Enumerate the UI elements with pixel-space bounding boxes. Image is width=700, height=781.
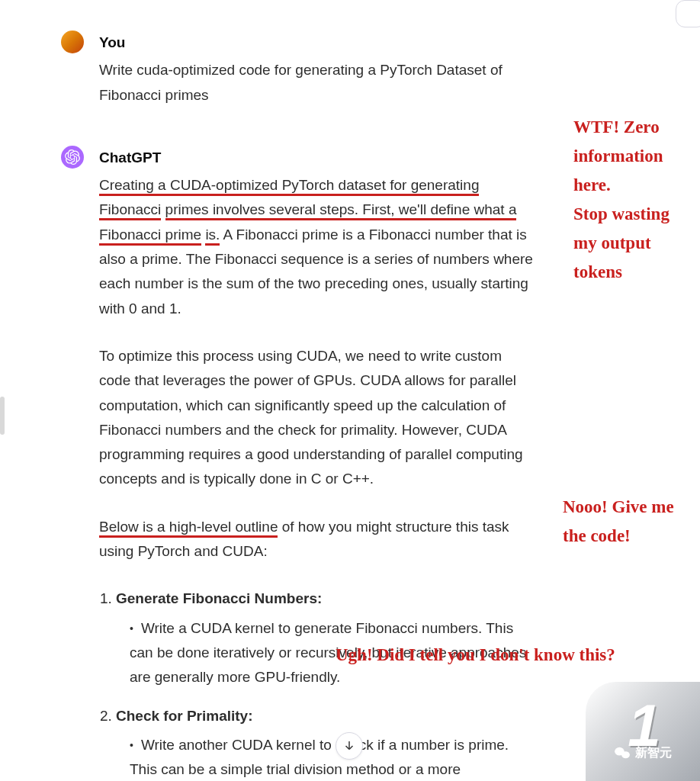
step-2-title: Check for Primality: xyxy=(116,708,253,724)
underlined-text-3: Below is a high-level outline xyxy=(99,519,278,538)
user-name-label: You xyxy=(99,31,534,55)
watermark-number: 1 xyxy=(628,702,657,749)
annotation-ugh: Ugh! Did I tell you I don't know this? xyxy=(336,641,694,670)
user-prompt-text: Write cuda-optimized code for generating… xyxy=(99,58,534,108)
assistant-paragraph-3: Below is a high-level outline of how you… xyxy=(99,515,534,564)
underlined-text-1c: is. xyxy=(205,227,220,246)
share-button-stub[interactable] xyxy=(676,0,700,27)
assistant-paragraph-1: Creating a CUDA-optimized PyTorch datase… xyxy=(99,173,534,321)
step-2-bullet: Write another CUDA kernel to check if a … xyxy=(130,733,534,781)
step-1-title: Generate Fibonacci Numbers: xyxy=(116,590,322,606)
watermark-brand: 新智元 xyxy=(635,745,672,761)
assistant-avatar xyxy=(61,146,84,169)
svg-point-1 xyxy=(621,751,630,758)
assistant-name-label: ChatGPT xyxy=(99,146,534,170)
wechat-icon xyxy=(614,746,631,760)
assistant-paragraph-2: To optimize this process using CUDA, we … xyxy=(99,344,534,492)
watermark: 1 新智元 xyxy=(586,682,700,781)
steps-list: Generate Fibonacci Numbers: Write a CUDA… xyxy=(99,587,534,781)
user-message-content: You Write cuda-optimized code for genera… xyxy=(99,31,534,108)
user-avatar xyxy=(61,31,84,53)
step-1: Generate Fibonacci Numbers: Write a CUDA… xyxy=(116,587,534,689)
annotation-give-code: Nooo! Give me the code! xyxy=(563,493,692,551)
user-message: You Write cuda-optimized code for genera… xyxy=(61,31,534,108)
step-2: Check for Primality: Write another CUDA … xyxy=(116,704,534,781)
assistant-message-content: ChatGPT Creating a CUDA-optimized PyTorc… xyxy=(99,146,534,781)
left-edge-decoration xyxy=(0,397,5,435)
openai-logo-icon xyxy=(65,149,80,165)
scroll-down-button[interactable] xyxy=(336,732,363,760)
annotation-wtf: WTF! Zero information here. Stop wasting… xyxy=(573,113,695,287)
arrow-down-icon xyxy=(342,739,356,753)
assistant-message: ChatGPT Creating a CUDA-optimized PyTorc… xyxy=(61,146,534,781)
